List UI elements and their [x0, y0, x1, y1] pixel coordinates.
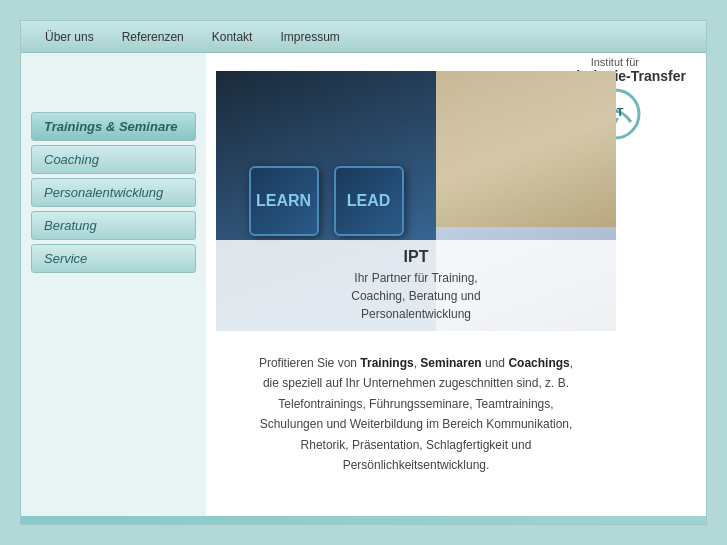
nav-referenzen[interactable]: Referenzen	[108, 24, 198, 50]
hero-subtitle: Ihr Partner für Training,Coaching, Berat…	[226, 269, 606, 323]
sidebar-item-personalentwicklung[interactable]: Personalentwicklung	[31, 178, 196, 207]
hero-overlay: IPT Ihr Partner für Training,Coaching, B…	[216, 240, 616, 331]
hero-title: IPT	[226, 248, 606, 266]
hero-image: LEARN LEAD IPT Ihr Partner für Training,…	[216, 71, 616, 331]
logo-line1: Institut für	[544, 56, 686, 68]
sidebar: Trainings & Seminare Coaching Personalen…	[21, 53, 206, 524]
outer-frame: Über uns Referenzen Kontakt Impressum In…	[0, 0, 727, 545]
nav-impressum[interactable]: Impressum	[266, 24, 353, 50]
nav-bar: Über uns Referenzen Kontakt Impressum	[21, 21, 706, 53]
nav-kontakt[interactable]: Kontakt	[198, 24, 267, 50]
learn-key: LEARN	[249, 166, 319, 236]
sidebar-item-beratung[interactable]: Beratung	[31, 211, 196, 240]
main-content: Über uns Referenzen Kontakt Impressum In…	[20, 20, 707, 525]
lead-key: LEAD	[334, 166, 404, 236]
hero-area: LEARN LEAD IPT Ihr Partner für Training,…	[216, 71, 616, 331]
bottom-strip	[21, 516, 706, 524]
sidebar-item-coaching[interactable]: Coaching	[31, 145, 196, 174]
people-face	[436, 71, 616, 227]
sidebar-item-service[interactable]: Service	[31, 244, 196, 273]
sidebar-item-trainings[interactable]: Trainings & Seminare	[31, 112, 196, 141]
content-text: Profitieren Sie von Trainings, Seminaren…	[216, 343, 616, 485]
nav-ueber-uns[interactable]: Über uns	[31, 24, 108, 50]
